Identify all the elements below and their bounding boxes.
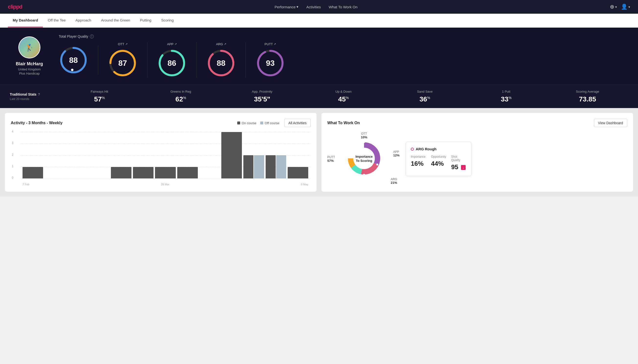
stat-app-label: App. Proximity (225, 90, 300, 94)
stat-sand-save: Sand Save 36% (384, 90, 465, 103)
x-labels: 7 Feb 28 Mar 9 May (23, 183, 308, 186)
bar-group (199, 178, 220, 178)
player-handicap: Plus Handicap (19, 72, 40, 75)
off-course-bar (254, 155, 264, 178)
stat-greens-in-reg: Greens In Reg 62% (140, 90, 221, 103)
user-menu-button[interactable]: 👤 ▾ (621, 4, 630, 10)
ott-value: 87 (118, 59, 127, 68)
player-info: 🏌️ Blair McHarg United Kingdom Plus Hand… (10, 34, 59, 75)
tab-putting[interactable]: Putting (135, 14, 156, 28)
putt-segment-label: PUTT 57% (327, 156, 335, 162)
stat-scoring-label: Scoring Average (550, 90, 625, 94)
wtwo-panel-header: What To Work On View Dashboard (327, 119, 627, 127)
arg-segment-label: ARG 21% (391, 178, 397, 184)
nav-activities[interactable]: Activities (306, 5, 321, 9)
trad-info-icon[interactable]: ? (38, 92, 40, 96)
stat-sand-value: 36% (387, 95, 463, 103)
on-course-bar (288, 167, 308, 179)
shot-quality-value: 95 ↓ (451, 163, 466, 171)
logo: clippd (8, 4, 22, 10)
hero-inner: 🏌️ Blair McHarg United Kingdom Plus Hand… (10, 34, 628, 78)
stat-greens-value: 62% (143, 95, 218, 103)
stat-sand-label: Sand Save (387, 90, 463, 94)
tab-approach[interactable]: Approach (71, 14, 96, 28)
ott-trend-icon: ↗ (125, 42, 128, 46)
ott-label: OTT ↗ (118, 42, 128, 46)
nav-links: Performance ▾ Activities What To Work On (274, 5, 357, 9)
activity-panel-header: Activity - 3 Months - Weekly On course O… (11, 119, 311, 127)
bottom-panels: Activity - 3 Months - Weekly On course O… (0, 108, 638, 196)
x-label-mar: 28 Mar (161, 183, 169, 186)
x-label-feb: 7 Feb (23, 183, 29, 186)
on-course-bar (155, 167, 175, 179)
chevron-down-icon: ▾ (615, 5, 617, 9)
stat-oneputt-value: 33% (468, 95, 544, 103)
score-putt: PUTT ↗ 93 (246, 42, 295, 78)
on-course-bar (111, 167, 131, 179)
chevron-down-icon: ▾ (628, 5, 630, 9)
nav-performance[interactable]: Performance ▾ (274, 5, 298, 9)
bar-group (221, 132, 242, 178)
tab-around-the-green[interactable]: Around the Green (96, 14, 135, 28)
tabs-bar: My Dashboard Off the Tee Approach Around… (0, 14, 638, 28)
stat-fairways-hit: Fairways Hit 57% (59, 90, 140, 103)
top-nav: clippd Performance ▾ Activities What To … (0, 0, 638, 14)
importance-value: 16% (411, 160, 426, 168)
tpq-info-icon[interactable]: ? (90, 34, 94, 38)
on-course-dot (237, 122, 240, 124)
traditional-stats-section: Traditional Stats ? Last 20 rounds Fairw… (0, 84, 638, 108)
info-card-stats: Importance 16% Opportunity 44% Shot Qual… (411, 155, 466, 171)
tab-my-dashboard[interactable]: My Dashboard (8, 14, 43, 28)
stat-oneputt-label: 1 Putt (468, 90, 544, 94)
player-name: Blair McHarg (16, 61, 43, 66)
arg-label: ARG ↗ (216, 42, 226, 46)
bar-group (111, 167, 131, 179)
on-course-bar (177, 167, 198, 179)
stat-updown-value: 45% (306, 95, 381, 103)
stat-one-putt: 1 Putt 33% (465, 90, 547, 103)
add-button[interactable]: ⊕ ▾ (610, 4, 617, 10)
nav-right: ⊕ ▾ 👤 ▾ (610, 4, 630, 10)
stat-up-down: Up & Down 45% (303, 90, 384, 103)
bar-group (288, 167, 308, 179)
player-country: United Kingdom (18, 68, 41, 71)
avatar: 🏌️ (18, 36, 40, 58)
view-dashboard-button[interactable]: View Dashboard (594, 119, 627, 127)
bar-group (266, 155, 286, 178)
arg-trend-icon: ↗ (224, 42, 226, 46)
bar-group (23, 167, 43, 179)
empty-bar (89, 178, 109, 178)
trad-subtitle: Last 20 rounds (10, 97, 49, 101)
stat-scoring-avg: Scoring Average 73.85 (547, 90, 628, 103)
stat-app-value: 35'5" (225, 95, 300, 103)
activity-panel: Activity - 3 Months - Weekly On course O… (5, 113, 317, 192)
legend-on-course: On course (237, 121, 256, 125)
legend-off-course: Off course (260, 121, 279, 125)
score-ott: OTT ↗ 87 (98, 42, 147, 78)
bars-container (23, 132, 308, 178)
app-trend-icon: ↗ (174, 42, 177, 46)
nav-what-to-work-on[interactable]: What To Work On (329, 5, 358, 9)
donut-svg-container: Importance To Scoring (344, 139, 384, 179)
all-activities-button[interactable]: All Activities (284, 119, 311, 127)
tpq-label: Total Player Quality ? (59, 34, 628, 38)
empty-bar (199, 178, 220, 178)
info-stat-shot-quality: Shot Quality 95 ↓ (451, 155, 466, 171)
info-card-header: ARG Rough (411, 147, 466, 151)
stat-app-proximity: App. Proximity 35'5" (222, 90, 303, 103)
stat-updown-label: Up & Down (306, 90, 381, 94)
tab-off-the-tee[interactable]: Off the Tee (43, 14, 71, 28)
activity-legend: On course Off course (237, 121, 279, 125)
donut-chart-area: OTT 10% APP 12% ARG 21% PUTT 57% (327, 132, 401, 186)
tab-scoring[interactable]: Scoring (156, 14, 178, 28)
info-card: ARG Rough Importance 16% Opportunity 44%… (406, 142, 472, 176)
svg-point-17 (363, 174, 365, 176)
on-course-bar (243, 155, 253, 178)
ott-segment-label: OTT 10% (361, 132, 367, 139)
what-to-work-on-panel: What To Work On View Dashboard OTT 10% A… (321, 113, 633, 192)
scores-section: Total Player Quality ? 88 (59, 34, 628, 78)
chevron-down-icon: ▾ (297, 5, 298, 9)
activity-chart: 4 3 2 1 0 7 Feb 28 Mar 9 May (11, 132, 311, 186)
empty-bar (45, 178, 65, 178)
svg-point-2 (71, 69, 73, 71)
